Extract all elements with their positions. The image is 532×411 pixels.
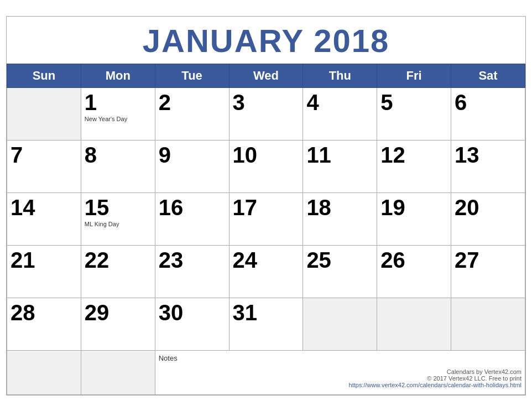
day-cell: 6 (451, 87, 525, 140)
day-number: 21 (11, 248, 77, 272)
day-cell: 8 (81, 140, 155, 193)
week-row-3: 21222324252627 (7, 245, 525, 298)
day-number: 17 (233, 195, 300, 220)
day-number: 30 (159, 300, 226, 325)
calendar-title: JANUARY 2018 (7, 17, 525, 64)
day-cell: 28 (7, 298, 81, 350)
day-cell (451, 298, 525, 350)
weekday-header-sat: Sat (451, 64, 525, 87)
day-number: 19 (380, 195, 447, 220)
day-number: 20 (455, 195, 521, 220)
day-cell: 1New Year's Day (81, 87, 155, 140)
week-row-2: 1415ML King Day1617181920 (7, 193, 525, 245)
day-cell (303, 298, 377, 350)
day-cell: 27 (451, 245, 525, 298)
day-cell: 24 (229, 245, 303, 298)
day-number: 4 (306, 90, 373, 115)
notes-cell: NotesCalendars by Vertex42.com© 2017 Ver… (155, 350, 525, 394)
day-number: 16 (159, 195, 226, 220)
weekday-header-wed: Wed (229, 64, 303, 87)
day-number: 11 (306, 143, 373, 167)
day-cell: 20 (451, 193, 525, 245)
notes-row: NotesCalendars by Vertex42.com© 2017 Ver… (7, 350, 525, 394)
notes-empty-cell (7, 350, 81, 394)
day-cell: 19 (377, 193, 451, 245)
day-cell: 11 (303, 140, 377, 193)
day-cell (377, 298, 451, 350)
day-cell: 13 (451, 140, 525, 193)
day-cell: 22 (81, 245, 155, 298)
day-number: 7 (11, 143, 77, 167)
day-cell: 2 (155, 87, 229, 140)
calendar-container: JANUARY 2018 SunMonTueWedThuFriSat 1New … (6, 16, 526, 396)
day-cell: 17 (229, 193, 303, 245)
day-number: 26 (380, 248, 447, 272)
footer-link[interactable]: https://www.vertex42.com/calendars/calen… (159, 382, 521, 388)
holiday-label: ML King Day (85, 221, 152, 227)
day-cell (7, 87, 81, 140)
day-cell: 30 (155, 298, 229, 350)
day-number: 31 (233, 300, 300, 325)
day-cell: 14 (7, 193, 81, 245)
day-cell: 5 (377, 87, 451, 140)
day-number: 23 (159, 248, 226, 272)
day-cell: 10 (229, 140, 303, 193)
day-cell: 29 (81, 298, 155, 350)
day-cell: 3 (229, 87, 303, 140)
day-number: 28 (11, 300, 77, 325)
day-cell: 18 (303, 193, 377, 245)
day-cell: 23 (155, 245, 229, 298)
day-cell: 25 (303, 245, 377, 298)
day-cell: 26 (377, 245, 451, 298)
day-number: 25 (306, 248, 373, 272)
notes-empty-cell (81, 350, 155, 394)
footer: Calendars by Vertex42.com© 2017 Vertex42… (159, 363, 521, 388)
day-number: 12 (380, 143, 447, 167)
day-number: 8 (85, 143, 152, 167)
weekday-header-row: SunMonTueWedThuFriSat (7, 64, 525, 87)
day-cell: 15ML King Day (81, 193, 155, 245)
day-cell: 31 (229, 298, 303, 350)
day-number: 14 (11, 195, 77, 220)
day-number: 18 (306, 195, 373, 220)
week-row-1: 78910111213 (7, 140, 525, 193)
week-row-4: 28293031 (7, 298, 525, 350)
weekday-header-sun: Sun (7, 64, 81, 87)
day-number: 6 (455, 90, 521, 115)
week-row-0: 1New Year's Day23456 (7, 87, 525, 140)
weekday-header-fri: Fri (377, 64, 451, 87)
day-number: 5 (380, 90, 447, 115)
weekday-header-thu: Thu (303, 64, 377, 87)
day-cell: 16 (155, 193, 229, 245)
day-number: 10 (233, 143, 300, 167)
day-number: 22 (85, 248, 152, 272)
day-number: 29 (85, 300, 152, 325)
day-number: 9 (159, 143, 226, 167)
day-number: 13 (455, 143, 521, 167)
day-number: 3 (233, 90, 300, 115)
weekday-header-tue: Tue (155, 64, 229, 87)
footer-line1: Calendars by Vertex42.com (159, 368, 521, 375)
day-number: 24 (233, 248, 300, 272)
day-cell: 12 (377, 140, 451, 193)
footer-line2: © 2017 Vertex42 LLC. Free to print (159, 375, 521, 382)
day-cell: 4 (303, 87, 377, 140)
notes-label: Notes (159, 354, 178, 362)
day-cell: 9 (155, 140, 229, 193)
calendar-table: SunMonTueWedThuFriSat 1New Year's Day234… (7, 64, 525, 395)
day-number: 15 (85, 195, 152, 220)
day-number: 27 (455, 248, 521, 272)
day-cell: 21 (7, 245, 81, 298)
day-number: 2 (159, 90, 226, 115)
holiday-label: New Year's Day (85, 116, 152, 122)
weekday-header-mon: Mon (81, 64, 155, 87)
day-number: 1 (85, 90, 152, 115)
day-cell: 7 (7, 140, 81, 193)
